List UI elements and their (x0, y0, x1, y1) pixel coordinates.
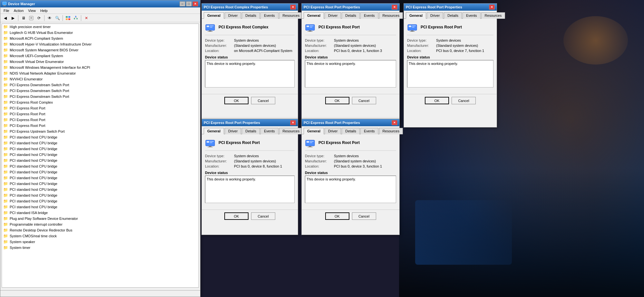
list-item[interactable]: PCI standard host CPU bridge (2, 158, 199, 163)
device-list[interactable]: High precision event timer Logitech G HU… (2, 24, 199, 288)
tab-events[interactable]: Events (463, 12, 481, 19)
list-item[interactable]: PCI standard host CPU bridge (2, 192, 199, 198)
list-item[interactable]: PCI standard host CPU bridge (2, 134, 199, 140)
tab-details[interactable]: Details (444, 12, 462, 19)
list-item[interactable]: PCI Express Downstream Switch Port (2, 94, 199, 99)
list-item[interactable]: PCI Express Root Port (2, 123, 199, 128)
ok-button[interactable]: OK (224, 97, 249, 104)
tab-general[interactable]: General (406, 12, 426, 19)
list-item[interactable]: Microsoft Windows Management Interface f… (2, 65, 199, 70)
dialog-close-button[interactable]: ✕ (290, 120, 296, 125)
status-textarea[interactable] (205, 60, 295, 87)
list-item[interactable]: PCI standard host CPU bridge (2, 169, 199, 175)
list-item[interactable]: Microsoft Hyper-V Virtualization Infrast… (2, 41, 199, 47)
tab-driver[interactable]: Driver (427, 12, 443, 19)
list-item[interactable]: Plug and Play Software Device Enumerator (2, 216, 199, 221)
cancel-button[interactable]: Cancel (352, 212, 376, 220)
cancel-button[interactable]: Cancel (251, 212, 275, 220)
minimize-button[interactable]: ─ (180, 1, 185, 6)
tab-general[interactable]: General (204, 12, 224, 19)
menu-file[interactable]: File (2, 8, 11, 13)
list-item[interactable]: Logitech G HUB Virtual Bus Enumerator (2, 30, 199, 36)
update-driver-btn[interactable]: ⟳ (35, 15, 43, 21)
tab-general[interactable]: General (204, 128, 224, 134)
list-item[interactable]: PCI standard host CPU bridge (2, 187, 199, 192)
list-item[interactable]: System timer (2, 245, 199, 251)
computer-icon-btn[interactable]: 🖥 (20, 15, 27, 21)
view-by-type-btn[interactable] (64, 15, 72, 21)
list-item[interactable]: PCI standard host CPU bridge (2, 146, 199, 152)
tab-events[interactable]: Events (260, 128, 278, 134)
tab-driver[interactable]: Driver (325, 128, 341, 134)
properties-button[interactable] (28, 15, 35, 21)
close-button[interactable]: ✕ (192, 1, 198, 6)
tab-details[interactable]: Details (342, 12, 360, 19)
ok-button[interactable]: OK (325, 97, 349, 104)
list-item[interactable]: PCI standard host CPU bridge (2, 181, 199, 187)
cancel-button[interactable]: Cancel (352, 97, 376, 104)
menu-action[interactable]: Action (12, 8, 26, 13)
tab-events[interactable]: Events (360, 128, 378, 134)
dialog-close-button[interactable]: ✕ (392, 120, 397, 125)
tab-general[interactable]: General (304, 12, 324, 19)
tab-events[interactable]: Events (360, 12, 378, 19)
list-item[interactable]: System CMOS/real time clock (2, 233, 199, 239)
list-item[interactable]: System speaker (2, 239, 199, 245)
list-item[interactable]: PCI Express Root Port (2, 105, 199, 111)
list-item[interactable]: PCI Express Downstream Switch Port (2, 82, 199, 88)
dialog-close-button[interactable]: ✕ (489, 5, 495, 10)
list-item[interactable]: Microsoft ACPI-Compliant System (2, 36, 199, 41)
list-item[interactable]: NDIS Virtual Network Adapter Enumerator (2, 70, 199, 76)
list-item[interactable]: PCI standard host CPU bridge (2, 152, 199, 158)
list-item[interactable]: PCI Express Upstream Switch Port (2, 128, 199, 134)
status-textarea[interactable] (205, 176, 295, 203)
tab-details[interactable]: Details (242, 128, 260, 134)
tab-driver[interactable]: Driver (225, 12, 241, 19)
tab-resources[interactable]: Resources (279, 128, 303, 134)
ok-button[interactable]: OK (325, 212, 349, 220)
back-button[interactable]: ◀ (2, 15, 9, 21)
tab-driver[interactable]: Driver (325, 12, 341, 19)
list-item[interactable]: PCI Express Root Complex (2, 99, 199, 105)
list-item[interactable]: Microsoft UEFI-Compliant System (2, 53, 199, 59)
list-item[interactable]: PCI standard host CPU bridge (2, 204, 199, 210)
list-item[interactable]: Remote Desktop Device Redirector Bus (2, 227, 199, 233)
list-item[interactable]: PCI standard host CPU bridge (2, 140, 199, 146)
list-item[interactable]: Programmable interrupt controller (2, 221, 199, 227)
tab-events[interactable]: Events (260, 12, 278, 19)
status-textarea[interactable] (407, 60, 493, 87)
tab-resources[interactable]: Resources (379, 12, 403, 19)
list-item[interactable]: High precision event timer (2, 24, 199, 30)
tab-resources[interactable]: Resources (481, 12, 505, 19)
show-hidden-btn[interactable]: 👁 (46, 15, 53, 21)
list-item[interactable]: Microsoft System Management BIOS Driver (2, 47, 199, 53)
list-item[interactable]: PCI Express Downstream Switch Port (2, 88, 199, 94)
tab-details[interactable]: Details (342, 128, 360, 134)
cancel-button[interactable]: Cancel (452, 97, 476, 104)
ok-button[interactable]: OK (425, 97, 449, 104)
help-button[interactable]: ✕ (83, 15, 90, 21)
list-item[interactable]: PCI standard host CPU bridge (2, 175, 199, 181)
tab-resources[interactable]: Resources (379, 128, 403, 134)
forward-button[interactable]: ▶ (9, 15, 16, 21)
tab-details[interactable]: Details (242, 12, 260, 19)
tab-driver[interactable]: Driver (225, 128, 241, 134)
list-item[interactable]: PCI standard host CPU bridge (2, 198, 199, 204)
view-by-connection-btn[interactable] (72, 15, 79, 21)
menu-help[interactable]: Help (38, 8, 50, 13)
maximize-button[interactable]: □ (186, 1, 192, 6)
status-textarea[interactable] (305, 176, 396, 203)
list-item[interactable]: PCI Express Root Port (2, 117, 199, 123)
status-textarea[interactable] (305, 60, 396, 87)
cancel-button[interactable]: Cancel (251, 97, 275, 104)
tab-resources[interactable]: Resources (279, 12, 303, 19)
list-item[interactable]: PCI standard ISA bridge (2, 210, 199, 216)
menu-view[interactable]: View (26, 8, 38, 13)
list-item[interactable]: PCI standard host CPU bridge (2, 163, 199, 169)
list-item[interactable]: Microsoft Virtual Drive Enumerator (2, 59, 199, 65)
dialog-close-button[interactable]: ✕ (392, 5, 397, 10)
list-item[interactable]: NVVHCI Enumerator (2, 76, 199, 82)
dialog-close-button[interactable]: ✕ (290, 5, 296, 10)
tab-general[interactable]: General (304, 128, 324, 134)
list-item[interactable]: PCI Express Root Port (2, 111, 199, 117)
